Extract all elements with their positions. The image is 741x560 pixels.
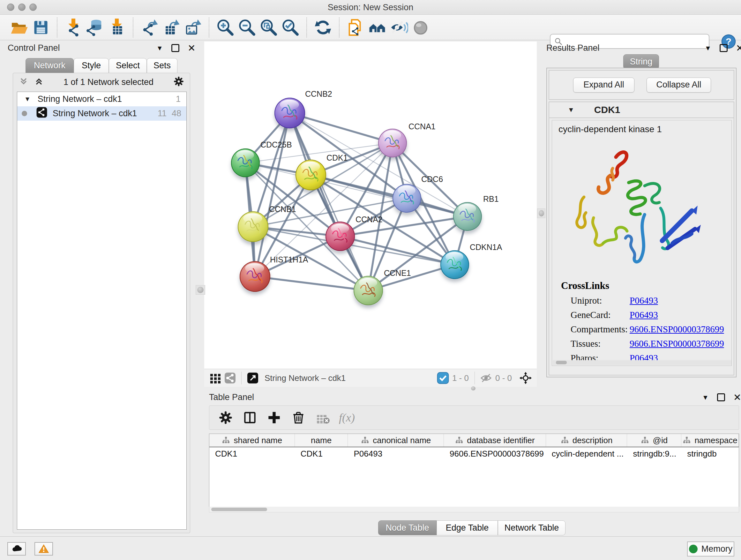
zoom-fit-icon[interactable] bbox=[258, 17, 280, 38]
network-node-ccne1[interactable] bbox=[354, 276, 383, 305]
crosslink-label: GeneCard: bbox=[570, 310, 611, 320]
clone-network-icon[interactable] bbox=[345, 17, 366, 38]
expand-all-networks-icon[interactable] bbox=[18, 76, 29, 88]
string-network-badge-icon[interactable] bbox=[223, 371, 238, 385]
delete-column-icon[interactable] bbox=[288, 408, 308, 428]
crosslink-link[interactable]: 9606.ENSP00000378699 bbox=[630, 338, 724, 349]
results-panel-menu-icon[interactable]: ▼ bbox=[704, 44, 711, 52]
add-column-icon[interactable] bbox=[264, 408, 284, 428]
network-node-ccnb2[interactable] bbox=[274, 98, 305, 128]
warning-button[interactable] bbox=[35, 542, 53, 556]
network-node-cdc25b[interactable] bbox=[231, 148, 260, 177]
crosslink-row: Compartments:9606.ENSP00000378699 bbox=[570, 324, 628, 334]
network-node-cdc6[interactable] bbox=[393, 184, 421, 212]
tab-sets[interactable]: Sets bbox=[147, 58, 178, 73]
network-options-gear-icon[interactable] bbox=[173, 75, 185, 89]
protein-section-header[interactable]: ▼ CDK1 bbox=[549, 102, 734, 118]
save-session-icon[interactable] bbox=[30, 17, 52, 38]
crosslink-link[interactable]: 9606.ENSP00000378699 bbox=[630, 324, 724, 334]
table-horizontal-scrollbar[interactable] bbox=[209, 507, 739, 512]
column-header--id[interactable]: @id bbox=[627, 434, 681, 447]
open-in-new-window-icon[interactable] bbox=[246, 371, 260, 385]
results-panel-float-icon[interactable] bbox=[720, 44, 728, 52]
collapse-all-networks-icon[interactable] bbox=[33, 76, 44, 88]
expand-all-button[interactable]: Expand All bbox=[573, 78, 634, 92]
zoom-out-icon[interactable] bbox=[236, 17, 258, 38]
grid-view-icon[interactable] bbox=[208, 371, 223, 385]
export-network-file-icon[interactable] bbox=[138, 17, 160, 38]
cloud-button[interactable] bbox=[7, 542, 26, 556]
network-edges[interactable] bbox=[204, 42, 537, 369]
right-splitter-handle[interactable] bbox=[537, 208, 545, 218]
protein-expander-icon[interactable]: ▼ bbox=[568, 106, 575, 114]
crosslink-label: Tissues: bbox=[570, 338, 601, 349]
network-node-hist1h1a[interactable] bbox=[240, 261, 270, 292]
string-network-icon bbox=[36, 107, 48, 120]
network-node-ccnb1[interactable] bbox=[238, 211, 268, 242]
node-label-hist1h1a: HIST1H1A bbox=[270, 255, 308, 264]
hide-graphics-details-icon[interactable] bbox=[388, 17, 410, 38]
table-panel-close-icon[interactable]: ✕ bbox=[733, 393, 741, 401]
tab-network-table[interactable]: Network Table bbox=[498, 520, 565, 536]
show-graphics-preview-icon[interactable] bbox=[410, 17, 431, 38]
network-selection-status: 1 of 1 Network selected bbox=[44, 77, 173, 87]
open-session-icon[interactable] bbox=[8, 17, 30, 38]
zoom-selected-icon[interactable] bbox=[280, 17, 301, 38]
tab-style[interactable]: Style bbox=[74, 58, 109, 73]
tab-string[interactable]: String bbox=[623, 54, 659, 69]
tab-network[interactable]: Network bbox=[25, 58, 74, 73]
network-node-rb1[interactable] bbox=[453, 202, 482, 231]
node-label-cdc25b: CDC25B bbox=[260, 140, 292, 149]
pan-crosshair-icon[interactable] bbox=[518, 371, 533, 385]
zoom-in-icon[interactable] bbox=[214, 17, 236, 38]
tab-node-table[interactable]: Node Table bbox=[378, 520, 436, 536]
selected-checkbox-icon[interactable] bbox=[435, 371, 450, 385]
column-header-namespace[interactable]: namespace bbox=[681, 434, 739, 447]
column-header-database-identifier[interactable]: database identifier bbox=[444, 434, 546, 447]
column-header-canonical-name[interactable]: canonical name bbox=[348, 434, 444, 447]
collapse-all-button[interactable]: Collapse All bbox=[647, 78, 711, 92]
network-canvas[interactable]: CCNB2CCNA1CDC25BCDK1CDC6RB1CCNB1CCNA2CDK… bbox=[204, 42, 537, 369]
import-network-file-icon[interactable] bbox=[63, 17, 84, 38]
tab-select[interactable]: Select bbox=[109, 58, 147, 73]
left-splitter-handle[interactable] bbox=[196, 285, 205, 295]
table-row[interactable]: CDK1CDK1P064939606.ENSP00000378699cyclin… bbox=[209, 447, 739, 461]
tab-edge-table[interactable]: Edge Table bbox=[436, 520, 498, 536]
refresh-view-icon[interactable] bbox=[312, 17, 334, 38]
network-from-species-icon[interactable] bbox=[366, 17, 388, 38]
network-node-ccna1[interactable] bbox=[378, 129, 407, 158]
export-table-file-icon[interactable] bbox=[160, 17, 182, 38]
network-status-dot bbox=[22, 111, 27, 116]
table-cell: CDK1 bbox=[295, 447, 348, 461]
column-header-name[interactable]: name bbox=[295, 434, 348, 447]
control-panel-float-icon[interactable] bbox=[172, 44, 179, 52]
table-settings-gear-icon[interactable] bbox=[216, 408, 235, 428]
hidden-eye-icon[interactable] bbox=[479, 371, 493, 385]
table-panel-menu-icon[interactable]: ▼ bbox=[702, 394, 709, 401]
network-node-ccna2[interactable] bbox=[326, 222, 355, 251]
table-tabs: Node TableEdge TableNetwork Table bbox=[378, 520, 565, 536]
results-panel-close-icon[interactable]: ✕ bbox=[736, 44, 741, 52]
bottom-splitter-handle[interactable] bbox=[468, 386, 478, 390]
crosslink-link[interactable]: P06493 bbox=[630, 310, 658, 320]
show-columns-icon[interactable] bbox=[240, 408, 260, 428]
network-node-cdkn1a[interactable] bbox=[441, 250, 469, 279]
table-cell: stringdb bbox=[681, 447, 739, 461]
control-panel-close-icon[interactable]: ✕ bbox=[188, 44, 196, 52]
network-node-cdk1[interactable] bbox=[295, 160, 326, 190]
crosslink-link[interactable]: P06493 bbox=[630, 295, 658, 306]
network-row[interactable]: String Network – cdk1 11 48 bbox=[17, 106, 186, 121]
column-header-description[interactable]: description bbox=[546, 434, 627, 447]
import-table-file-icon[interactable] bbox=[106, 17, 128, 38]
collection-expander-icon[interactable]: ▼ bbox=[24, 96, 30, 103]
results-horizontal-scrollbar[interactable] bbox=[553, 360, 731, 365]
import-network-database-icon[interactable] bbox=[84, 17, 106, 38]
network-collection-row[interactable]: ▼ String Network – cdk1 1 bbox=[17, 92, 186, 106]
control-panel-menu-icon[interactable]: ▼ bbox=[156, 44, 163, 52]
toolbar-separator bbox=[307, 17, 307, 37]
memory-button[interactable]: Memory bbox=[687, 542, 734, 557]
export-image-file-icon[interactable] bbox=[182, 17, 204, 38]
protein-detail-box: cyclin-dependent kinase 1 bbox=[552, 120, 732, 366]
table-panel-float-icon[interactable] bbox=[717, 393, 725, 401]
column-header-shared-name[interactable]: shared name bbox=[209, 434, 295, 447]
